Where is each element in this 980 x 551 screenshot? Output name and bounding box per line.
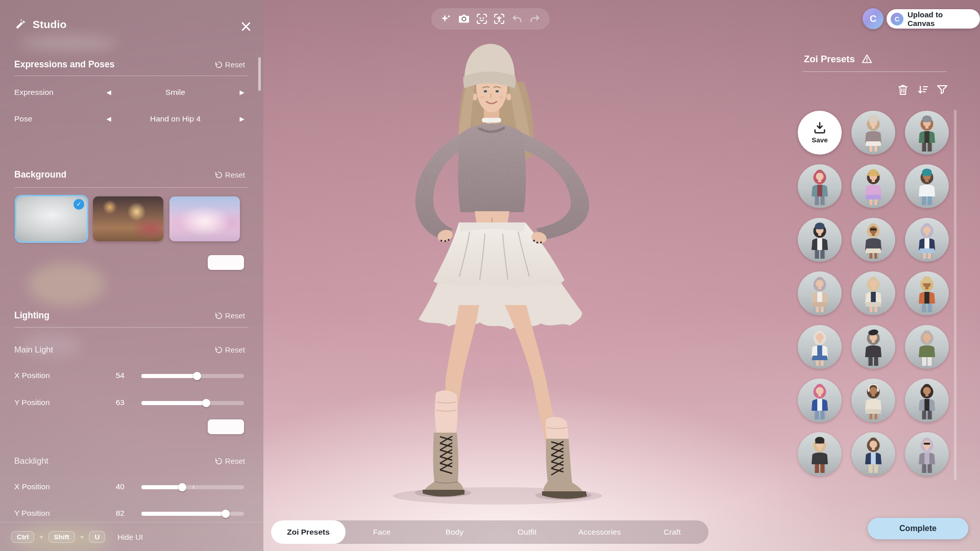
pose-next-icon[interactable]: ▶ [235, 115, 249, 122]
close-icon[interactable] [239, 19, 253, 34]
preset-straw-hat-pink-dress[interactable] [851, 164, 895, 208]
preset-blue-varsity-jacket-pink-hair[interactable] [798, 379, 842, 422]
section-title-lighting: Lighting [14, 310, 50, 321]
background-thumb-studio-backdrop[interactable]: ✓ [16, 196, 87, 241]
tab-zoi-presets[interactable]: Zoi Presets [271, 520, 346, 544]
panel-title: Studio [33, 18, 67, 31]
canvas-logo-button[interactable]: C [863, 8, 884, 29]
studio-panel: Studio Expressions and Poses Reset Expre… [0, 0, 263, 551]
slider-handle[interactable] [222, 510, 230, 518]
reset-lighting-button[interactable]: Reset [214, 311, 245, 320]
slider-handle[interactable] [178, 483, 186, 491]
undo-icon[interactable] [510, 12, 524, 26]
pose-selector: Pose ◀ Hand on Hip 4 ▶ [14, 112, 249, 126]
face-scan-icon[interactable] [475, 12, 488, 26]
slider-label: Y Position [14, 398, 50, 407]
warning-triangle-icon[interactable] [861, 53, 873, 65]
backlight-y-slider: Y Position82 [14, 506, 249, 521]
sort-descending-icon[interactable] [917, 84, 929, 96]
reset-backlight-button[interactable]: Reset [214, 457, 245, 465]
expression-prev-icon[interactable]: ◀ [102, 89, 115, 96]
background-color-swatch[interactable] [208, 255, 244, 270]
slider-handle[interactable] [193, 372, 201, 380]
reset-icon [214, 171, 223, 179]
preset-grey-jacket-black-crop[interactable] [905, 379, 949, 422]
reset-expressions-button[interactable]: Reset [214, 60, 245, 69]
slider-track[interactable] [141, 374, 244, 378]
preset-teal-beanie-white-tee[interactable] [905, 164, 949, 208]
slider-track[interactable] [141, 485, 244, 489]
character-model [393, 44, 602, 505]
canvas-logo-icon: C [870, 13, 877, 24]
preset-headphones-cream-sweatshirt[interactable] [851, 379, 895, 422]
camera-icon[interactable] [457, 12, 471, 26]
slider-value: 54 [95, 371, 125, 380]
tab-face[interactable]: Face [346, 528, 418, 537]
preset-lavender-windbreaker[interactable] [905, 432, 949, 476]
save-preset-button[interactable]: Save [798, 111, 842, 155]
expression-value: Smile [115, 88, 235, 97]
preset-navy-cream-varsity-cardigan[interactable] [851, 271, 895, 315]
preset-grey-sweater-white-skirt[interactable] [851, 111, 895, 155]
slider-track[interactable] [141, 512, 244, 516]
preset-olive-military-jacket[interactable] [905, 325, 949, 369]
tab-accessories[interactable]: Accessories [564, 528, 636, 537]
presets-scrollbar[interactable] [954, 110, 957, 480]
upload-to-canvas-button[interactable]: C Upload to Canvas [887, 9, 980, 29]
slider-track[interactable] [141, 401, 244, 405]
main-light-color-swatch[interactable] [208, 419, 244, 434]
reset-icon [214, 457, 223, 465]
trash-icon[interactable] [897, 84, 910, 96]
magic-wand-icon [14, 18, 27, 31]
background-thumb-pink-sky[interactable] [169, 196, 240, 241]
preset-green-jacket-grey-cap[interactable] [905, 111, 949, 155]
preset-black-cap-leather-pants[interactable] [798, 432, 842, 476]
slider-value: 82 [95, 509, 125, 518]
presets-panel-title: Zoi Presets [804, 54, 855, 65]
tab-outfit[interactable]: Outfit [491, 528, 563, 537]
background-thumb-cozy-room[interactable] [93, 196, 163, 241]
redo-icon[interactable] [528, 12, 542, 26]
slider-value: 40 [95, 482, 125, 491]
preset-navy-cap-black-vest[interactable] [798, 218, 842, 262]
body-scan-icon[interactable] [493, 12, 506, 26]
preset-bomber-cream-shorts[interactable] [851, 218, 895, 262]
section-title-background: Background [14, 169, 66, 180]
backlight-x-slider: X Position40 [14, 480, 249, 495]
save-download-icon [813, 121, 827, 135]
hide-ui-button[interactable]: Hide UI [117, 533, 143, 541]
selected-check-icon: ✓ [74, 199, 84, 210]
slider-handle[interactable] [202, 399, 210, 407]
tab-craft[interactable]: Craft [636, 528, 708, 537]
preset-orange-shirt-bucket-hat[interactable] [905, 271, 949, 315]
preset-beige-collar-dress[interactable] [798, 271, 842, 315]
filter-icon[interactable] [936, 84, 948, 96]
preset-black-beret-black-coat[interactable] [851, 325, 895, 369]
viewport-toolbar [431, 8, 550, 30]
main-light-x-slider: X Position54 [14, 368, 249, 384]
preset-navy-blazer-blue-shirt[interactable] [851, 432, 895, 476]
shortcut-bar: Ctrl+Shift+U Hide UI [0, 522, 263, 551]
reset-icon [214, 61, 223, 69]
sparkles-icon[interactable] [439, 12, 453, 26]
preset-navy-jacket-blue-shorts[interactable] [905, 218, 949, 262]
main-light-title: Main Light [14, 345, 53, 355]
slider-label: Y Position [14, 509, 50, 518]
keycap-u: U [89, 531, 105, 543]
complete-button[interactable]: Complete [868, 518, 968, 539]
tab-body[interactable]: Body [418, 528, 491, 537]
reset-main-light-button[interactable]: Reset [214, 345, 245, 354]
panel-scrollbar[interactable] [258, 57, 261, 91]
keycap-shift: Shift [48, 531, 75, 543]
reset-background-button[interactable]: Reset [214, 170, 245, 179]
canvas-mini-logo-icon: C [891, 13, 903, 26]
backlight-title: Backlight [14, 456, 48, 466]
reset-icon [214, 312, 223, 320]
reset-icon [214, 346, 223, 354]
plus-separator: + [39, 533, 43, 541]
preset-teal-red-colorblock-hoodie[interactable] [798, 164, 842, 208]
slider-value: 63 [95, 398, 125, 407]
expression-next-icon[interactable]: ▶ [235, 89, 249, 96]
preset-white-jacket-blue-dress[interactable] [798, 325, 842, 369]
pose-prev-icon[interactable]: ◀ [102, 115, 115, 122]
